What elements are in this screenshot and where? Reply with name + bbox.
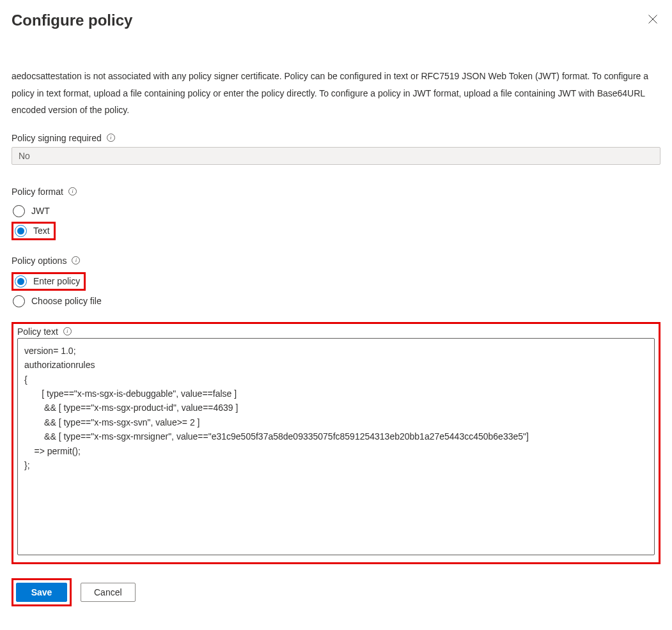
- info-icon[interactable]: [107, 134, 115, 142]
- policy-text-section: Policy text: [12, 322, 660, 564]
- policy-text-label-text: Policy text: [17, 327, 58, 337]
- page-title: Configure policy: [12, 12, 132, 29]
- options-radio-choose-policy-file[interactable]: [13, 295, 25, 307]
- save-button[interactable]: Save: [16, 583, 67, 602]
- options-option[interactable]: Choose policy file: [12, 292, 660, 311]
- policy-text-input[interactable]: [17, 338, 655, 555]
- format-label-text: Policy format: [12, 187, 63, 197]
- options-radio-label[interactable]: Choose policy file: [31, 296, 102, 306]
- options-label-text: Policy options: [12, 256, 66, 266]
- blade-header: Configure policy: [12, 12, 660, 29]
- signing-label: Policy signing required: [12, 133, 660, 143]
- close-icon[interactable]: [645, 12, 660, 29]
- signing-label-text: Policy signing required: [12, 133, 102, 143]
- format-radio-jwt[interactable]: [13, 205, 25, 217]
- cancel-button[interactable]: Cancel: [81, 583, 136, 602]
- info-icon[interactable]: [63, 327, 72, 335]
- format-radio-text[interactable]: [15, 225, 27, 237]
- options-label: Policy options: [12, 256, 660, 266]
- format-radio-label[interactable]: Text: [33, 226, 50, 236]
- options-radio-label[interactable]: Enter policy: [33, 276, 80, 286]
- save-highlight: Save: [12, 578, 72, 606]
- options-option[interactable]: Enter policy: [12, 272, 86, 291]
- format-option[interactable]: JWT: [12, 202, 660, 220]
- format-radio-group: JWTText: [12, 202, 660, 242]
- blade-description: aedocsattestation is not associated with…: [12, 68, 660, 119]
- blade-footer: Save Cancel: [12, 578, 660, 606]
- format-radio-label[interactable]: JWT: [31, 206, 50, 216]
- configure-policy-blade: Configure policy aedocsattestation is no…: [0, 0, 672, 624]
- info-icon[interactable]: [72, 256, 80, 265]
- info-icon[interactable]: [68, 187, 77, 196]
- options-radio-enter-policy[interactable]: [15, 275, 27, 288]
- format-label: Policy format: [12, 187, 660, 197]
- options-radio-group: Enter policyChoose policy file: [12, 271, 660, 311]
- format-option[interactable]: Text: [12, 222, 56, 240]
- policy-text-label: Policy text: [17, 327, 655, 337]
- signing-input: [12, 147, 660, 165]
